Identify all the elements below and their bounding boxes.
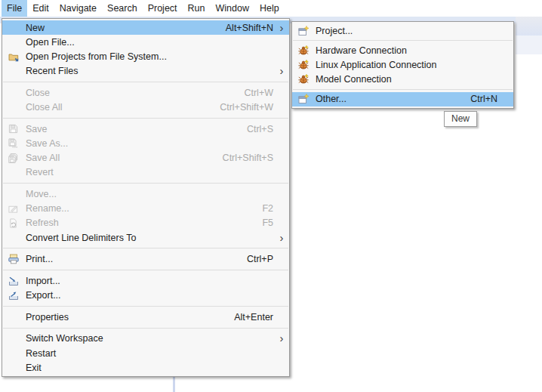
menu-item-recent-files[interactable]: Recent Files › — [2, 64, 289, 79]
menu-item-label: Refresh — [26, 218, 262, 228]
menu-item-label: Hardware Connection — [316, 45, 497, 56]
menu-item-hardware-connection[interactable]: Hardware Connection — [292, 43, 513, 57]
menu-item-other[interactable]: Other... Ctrl+N — [292, 92, 513, 106]
menu-item-label: Restart — [26, 348, 273, 359]
export-icon — [6, 289, 20, 301]
menubar-item-label: Search — [107, 3, 137, 14]
menu-item-project[interactable]: Project... — [292, 23, 513, 38]
blank-icon — [6, 332, 20, 344]
menu-item-shortcut: Ctrl+S — [247, 124, 273, 134]
blank-icon — [6, 87, 20, 99]
submenu-arrow-icon: › — [277, 233, 286, 243]
menu-item-label: Recent Files — [26, 66, 273, 76]
new-submenu: Project... Hardware Connection — [291, 21, 514, 109]
menu-item-label: Rename... — [26, 203, 262, 214]
menu-separator — [2, 115, 289, 122]
blank-icon — [6, 311, 20, 323]
menu-item-label: Open File... — [26, 37, 273, 48]
import-icon — [6, 275, 20, 287]
folder-import-icon — [6, 51, 20, 63]
submenu-arrow-icon: › — [277, 333, 286, 344]
rename-icon — [6, 202, 20, 215]
menu-item-label: Save All — [26, 153, 223, 163]
new-other-icon — [296, 93, 310, 105]
menu-item-save-as: Save As... — [2, 136, 289, 150]
menubar-item-help[interactable]: Help — [254, 0, 285, 17]
menu-separator — [2, 324, 289, 332]
menu-separator — [2, 303, 289, 310]
menu-item-model-connection[interactable]: Model Connection — [292, 73, 513, 87]
menubar-item-label: Help — [260, 3, 279, 14]
menu-item-close: Close Ctrl+W — [2, 85, 289, 100]
menubar-item-run[interactable]: Run — [183, 0, 211, 17]
save-icon — [6, 123, 20, 135]
menu-item-label: Exit — [26, 363, 273, 373]
menu-item-print[interactable]: Print... Ctrl+P — [2, 252, 289, 267]
refresh-icon — [6, 217, 20, 229]
new-project-icon — [296, 25, 310, 37]
blank-icon — [6, 65, 20, 77]
file-menu: New Alt+Shift+N › Open File... Open Proj… — [2, 18, 290, 377]
menu-item-shortcut: Ctrl+P — [247, 254, 273, 264]
menu-item-save-all: Save All Ctrl+Shift+S — [2, 151, 289, 165]
connection-icon — [296, 73, 310, 85]
menu-item-shortcut: Ctrl+Shift+S — [223, 153, 273, 163]
menu-item-refresh: Refresh F5 — [2, 216, 289, 230]
menu-item-close-all: Close All Ctrl+Shift+W — [2, 100, 289, 114]
menu-item-label: Close All — [26, 102, 220, 113]
submenu-arrow-icon: › — [277, 23, 286, 33]
menubar-item-file[interactable]: File — [2, 0, 27, 17]
menu-item-shortcut: Alt+Enter — [234, 312, 273, 323]
save-all-icon — [6, 152, 20, 164]
menubar-item-label: Project — [148, 3, 177, 14]
menu-item-switch-workspace[interactable]: Switch Workspace › — [2, 332, 289, 346]
menu-item-label: Save — [26, 124, 247, 134]
menu-separator — [2, 79, 289, 86]
menubar-item-edit[interactable]: Edit — [27, 0, 54, 17]
menu-item-label: Linux Application Connection — [316, 60, 497, 70]
menu-separator — [2, 245, 289, 252]
blank-icon — [6, 22, 20, 34]
tooltip: New — [444, 111, 477, 127]
menu-separator — [292, 87, 513, 92]
menubar-item-label: Run — [188, 3, 205, 14]
menu-item-label: Import... — [26, 276, 273, 286]
menu-item-open-file[interactable]: Open File... — [2, 35, 289, 49]
menubar-item-project[interactable]: Project — [143, 0, 183, 17]
menu-item-label: Model Connection — [316, 74, 497, 85]
menu-item-label: Properties — [26, 312, 234, 323]
blank-icon — [6, 347, 20, 360]
menubar-item-window[interactable]: Window — [211, 0, 254, 17]
menu-item-convert-line-delimiters-to[interactable]: Convert Line Delimiters To › — [2, 230, 289, 245]
save-as-icon — [6, 137, 20, 150]
menubar-item-search[interactable]: Search — [102, 0, 143, 17]
menu-item-label: Revert — [26, 167, 273, 177]
menu-item-shortcut: Ctrl+Shift+W — [220, 102, 273, 113]
menu-item-shortcut: Alt+Shift+N — [226, 23, 273, 33]
menu-item-shortcut: F2 — [262, 203, 273, 214]
menu-item-move: Move... — [2, 187, 289, 201]
blank-icon — [6, 232, 20, 244]
menu-item-label: Export... — [26, 290, 273, 301]
menu-item-import[interactable]: Import... — [2, 273, 289, 288]
tooltip-text: New — [451, 113, 470, 124]
menu-item-label: New — [26, 23, 226, 33]
menu-item-label: Open Projects from File System... — [26, 51, 273, 62]
blank-icon — [6, 101, 20, 113]
menu-item-export[interactable]: Export... — [2, 289, 289, 303]
menu-item-shortcut: F5 — [262, 218, 273, 228]
toolbar-band-top — [516, 17, 542, 35]
blank-icon — [6, 188, 20, 200]
menubar-item-navigate[interactable]: Navigate — [54, 0, 102, 17]
menubar-item-label: Navigate — [60, 3, 97, 14]
menu-item-exit[interactable]: Exit — [2, 360, 289, 375]
menu-item-open-projects-from-file-system[interactable]: Open Projects from File System... — [2, 49, 289, 63]
menu-item-properties[interactable]: Properties Alt+Enter — [2, 310, 289, 324]
menu-item-label: Move... — [26, 189, 273, 199]
menu-item-label: Other... — [316, 94, 470, 104]
menu-item-new[interactable]: New Alt+Shift+N › — [2, 20, 289, 35]
menu-item-restart[interactable]: Restart — [2, 346, 289, 360]
menubar-item-label: Edit — [32, 3, 49, 14]
connection-icon — [296, 45, 310, 57]
menu-item-linux-application-connection[interactable]: Linux Application Connection — [292, 57, 513, 72]
